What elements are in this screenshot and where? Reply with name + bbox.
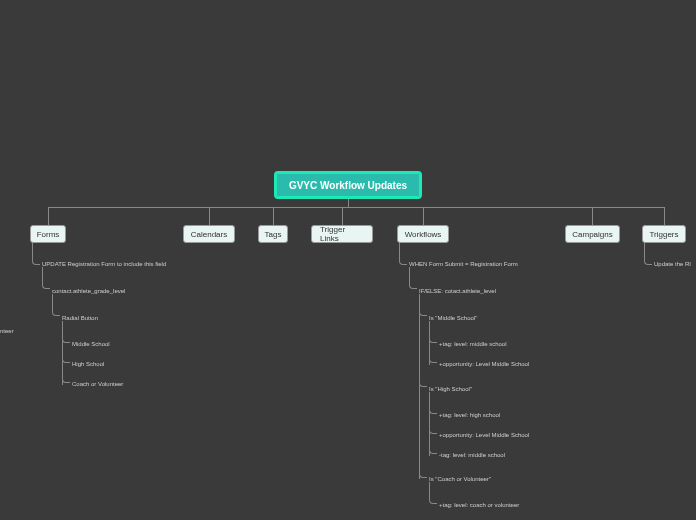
- connector: [42, 267, 50, 289]
- forms-contact-field: contact.athlete_grade_level: [52, 288, 125, 294]
- connector: [62, 321, 70, 343]
- left-edge-partial: nteer: [0, 328, 14, 334]
- branch-tags[interactable]: Tags: [258, 225, 288, 243]
- forms-opt-hs: High School: [72, 361, 104, 367]
- connector: [592, 207, 593, 225]
- wf-ms-tag: +tag: level: middle school: [439, 341, 507, 347]
- connector: [399, 243, 407, 265]
- wf-when: WHEN Form Submit = Registration Form: [409, 261, 518, 267]
- connector: [429, 482, 437, 504]
- connector: [52, 294, 60, 316]
- connector: [32, 243, 40, 265]
- branch-calendars[interactable]: Calendars: [183, 225, 235, 243]
- connector: [62, 343, 70, 363]
- connector: [419, 365, 427, 387]
- trig-update: Update the RI: [654, 261, 691, 267]
- connector: [419, 456, 427, 478]
- connector: [644, 243, 652, 265]
- connector: [62, 363, 70, 383]
- connector: [48, 207, 664, 208]
- branch-workflows[interactable]: Workflows: [397, 225, 449, 243]
- connector: [348, 199, 349, 207]
- wf-hs-minus: -tag: level: middle school: [439, 452, 505, 458]
- connector: [429, 414, 437, 434]
- connector: [273, 207, 274, 225]
- branch-trigger-links[interactable]: Trigger Links: [311, 225, 373, 243]
- connector: [664, 207, 665, 225]
- wf-ms-opp: +opportunity: Level Middle School: [439, 361, 529, 367]
- connector: [429, 434, 437, 454]
- connector: [419, 294, 420, 479]
- forms-opt-cv: Coach or Volunteer: [72, 381, 123, 387]
- connector: [423, 207, 424, 225]
- wf-cv-label: Is "Coach or Volunteer": [429, 476, 491, 482]
- forms-opt-ms: Middle School: [72, 341, 110, 347]
- branch-forms[interactable]: Forms: [30, 225, 66, 243]
- connector: [48, 207, 49, 225]
- forms-update: UPDATE Registration Form to include this…: [42, 261, 166, 267]
- connector: [419, 294, 427, 316]
- connector: [429, 343, 437, 363]
- wf-ifelse: IF/ELSE: cotact.athlete_level: [419, 288, 496, 294]
- connector: [429, 392, 437, 414]
- wf-hs-tag: +tag: level: high school: [439, 412, 500, 418]
- branch-triggers[interactable]: Triggers: [642, 225, 686, 243]
- wf-cv-tag: +tag: level: coach or volunteer: [439, 502, 519, 508]
- wf-hs-opp: +opportunity: Level Middle School: [439, 432, 529, 438]
- connector: [409, 267, 417, 289]
- root-node[interactable]: GVYC Workflow Updates: [274, 171, 422, 199]
- branch-campaigns[interactable]: Campaigns: [565, 225, 620, 243]
- connector: [342, 207, 343, 225]
- connector: [209, 207, 210, 225]
- connector: [429, 321, 437, 343]
